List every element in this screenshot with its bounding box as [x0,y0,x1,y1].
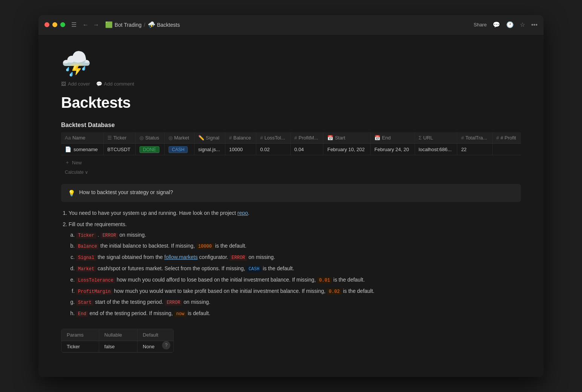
sub-list-item: ProfitMargin how much you would want to … [76,287,521,296]
list-item: You need to have your system up and runn… [69,209,521,218]
traffic-lights [44,22,65,27]
repo-link[interactable]: repo [237,210,248,216]
col-totaltra: #TotalTra... [457,132,492,144]
col-end: 📅End [371,132,415,144]
callout-box: 💡 How to backtest your strategy or signa… [61,184,521,202]
cell-status: DONE [136,144,165,155]
table-row[interactable]: 📄 somename BTCUSDT DONE CASH signal.js..… [61,144,521,155]
market-badge-cash: CASH [168,146,188,153]
params-table-wrapper: Params Nullable Default Ticker false Non… [61,329,174,353]
col-profit: ## Profit [492,132,521,144]
bot-trading-icon: 🟩 [105,21,113,28]
col-balance: #Balance [225,132,256,144]
bulb-icon: 💡 [68,190,75,197]
col-ticker: ☰Ticker [103,132,136,144]
cell-market: CASH [164,144,194,155]
breadcrumb-item-backtests[interactable]: ⛈️ Backtests [148,21,180,28]
titlebar-right: Share 💬 🕐 ☆ ••• [473,21,538,28]
add-comment-button[interactable]: 💬 Add comment [96,81,134,87]
cell-loss: 0.02 [256,144,291,155]
col-profitm: #ProfitM... [290,132,323,144]
backtests-icon: ⛈️ [148,21,155,28]
breadcrumb-label-bot-trading: Bot Trading [115,22,142,28]
cell-url: localhost:686... [415,144,457,155]
calculate-button[interactable]: Calculate ∨ [61,168,521,176]
sub-list-item: Market cash/spot or futures market. Sele… [76,264,521,273]
params-row: Ticker false None [61,341,173,352]
breadcrumb-separator: / [144,22,146,28]
col-market: ◎Market [164,132,194,144]
col-url: ΣURL [415,132,457,144]
page-title: Backtests [61,94,521,111]
cell-start: February 10, 202 [323,144,371,155]
params-col-nullable: Nullable [99,329,137,341]
params-header-row: Params Nullable Default [61,329,173,341]
doc-icon: 📄 [65,146,71,152]
comment-icon[interactable]: 💬 [493,21,500,28]
image-icon: 🖼 [61,81,66,87]
titlebar: ☰ ← → 🟩 Bot Trading / ⛈️ Backtests Share… [38,15,544,35]
params-cell-param: Ticker [61,341,99,352]
col-signal: ✏️Signal [194,132,225,144]
new-row-button[interactable]: ＋ New [61,157,521,168]
sub-list-item: Balance the initial balance to backtest.… [76,242,521,251]
breadcrumb-item-bot-trading[interactable]: 🟩 Bot Trading [105,21,142,28]
back-button[interactable]: ← [81,21,90,29]
more-options-icon[interactable]: ••• [531,21,538,28]
cell-end: February 24, 20 [371,144,415,155]
plus-icon: ＋ [65,159,70,166]
follow-markets-link[interactable]: follow.markets [164,254,198,260]
breadcrumb-label-backtests: Backtests [157,22,180,28]
cell-profit [492,144,521,155]
sub-list-item: Ticker . ERROR on missing. [76,231,521,240]
params-table: Params Nullable Default Ticker false Non… [61,329,173,352]
instructions: You need to have your system up and runn… [61,209,521,318]
cell-ticker: BTCUSDT [103,144,136,155]
share-button[interactable]: Share [473,22,487,28]
page-meta: 🖼 Add cover 💬 Add comment [61,81,521,87]
db-section-title: Backtest Database [61,122,521,129]
history-icon[interactable]: 🕐 [506,21,514,28]
close-button[interactable] [44,22,49,27]
status-badge-done: DONE [139,146,159,153]
comment-small-icon: 💬 [96,81,102,87]
help-button[interactable]: ? [162,341,170,349]
star-icon[interactable]: ☆ [520,21,525,28]
nav-arrows: ← → [81,21,101,29]
database-table: AaName ☰Ticker ◎Status ◎Market ✏️Signal … [61,132,521,155]
cell-balance: 10000 [225,144,256,155]
sub-list-item: Signal the signal obtained from the foll… [76,253,521,262]
cell-profit-margin: 0.04 [290,144,323,155]
col-losstol: #LossTol... [256,132,291,144]
table-header-row: AaName ☰Ticker ◎Status ◎Market ✏️Signal … [61,132,521,144]
page-emoji: ⛈️ [61,50,521,78]
minimize-button[interactable] [52,22,57,27]
forward-button[interactable]: → [92,21,101,29]
col-status: ◎Status [136,132,165,144]
params-col-params: Params [61,329,99,341]
maximize-button[interactable] [60,22,65,27]
params-col-default: Default [137,329,173,341]
cell-total-trades: 22 [457,144,492,155]
add-cover-button[interactable]: 🖼 Add cover [61,81,90,87]
cell-name: 📄 somename [61,144,103,155]
params-cell-nullable: false [99,341,137,352]
content-area: ⛈️ 🖼 Add cover 💬 Add comment Backtests B… [38,35,544,377]
list-item: Fill out the requirements. Ticker . ERRO… [69,220,521,318]
app-window: ☰ ← → 🟩 Bot Trading / ⛈️ Backtests Share… [38,15,544,377]
sub-list-item: End end of the testing period. If missin… [76,309,521,318]
cell-signal: signal.js... [194,144,225,155]
col-name: AaName [61,132,103,144]
sub-list-item: Start start of the the testing period. E… [76,298,521,307]
col-start: 📅Start [323,132,371,144]
sub-list-item: LossTolerance how much you could afford … [76,276,521,285]
menu-icon[interactable]: ☰ [71,21,77,28]
callout-text: How to backtest your strategy or signal? [79,189,173,195]
breadcrumb: 🟩 Bot Trading / ⛈️ Backtests [105,21,473,28]
